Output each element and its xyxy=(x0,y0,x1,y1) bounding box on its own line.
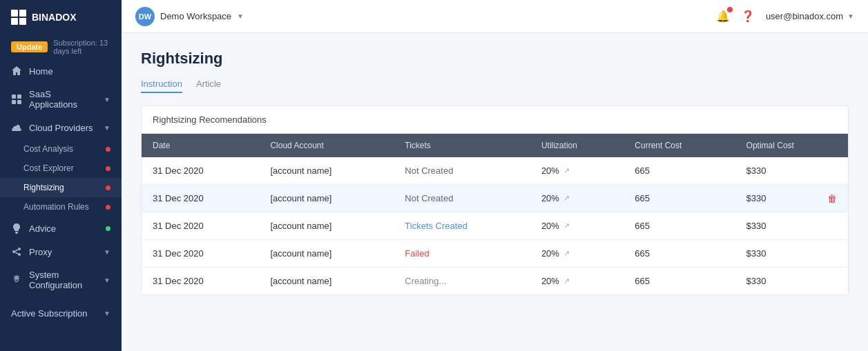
sidebar-item-active-subscription[interactable]: Active Subscription ▼ xyxy=(0,302,122,325)
lightbulb-icon xyxy=(11,223,22,234)
row-current-cost: 665 xyxy=(624,185,735,212)
tab-article[interactable]: Article xyxy=(196,79,221,93)
automation-rules-label: Automation Rules xyxy=(23,202,89,212)
row-optimal-cost: $330 xyxy=(735,268,848,295)
proxy-label: Proxy xyxy=(29,247,52,257)
update-button[interactable]: Update xyxy=(11,41,48,52)
sidebar-item-label: Home xyxy=(29,66,53,77)
table-row: 31 Dec 2020 [account name] Tickets Creat… xyxy=(142,212,848,240)
svg-line-8 xyxy=(15,252,18,254)
row-current-cost: 665 xyxy=(624,212,735,240)
sidebar-item-label: SaaS Applications xyxy=(29,89,97,110)
col-date: Date xyxy=(142,134,259,157)
chevron-icon: ▼ xyxy=(104,124,110,132)
chevron-icon: ▼ xyxy=(104,310,110,317)
svg-rect-2 xyxy=(12,100,16,104)
delete-button[interactable]: 🗑 xyxy=(827,193,837,204)
chevron-icon: ▼ xyxy=(104,96,110,103)
table-row: 31 Dec 2020 [account name] Not Created 2… xyxy=(142,185,848,212)
row-current-cost: 665 xyxy=(624,157,735,185)
sidebar-item-home[interactable]: Home xyxy=(0,59,122,83)
table-row: 31 Dec 2020 [account name] Creating... 2… xyxy=(142,268,848,295)
sidebar-item-cloud[interactable]: Cloud Providers ▼ xyxy=(0,116,122,139)
table-header-row: Date Cloud Account Tickets Utilization C… xyxy=(142,134,848,157)
logo-text: BINADOX xyxy=(32,12,77,23)
svg-point-4 xyxy=(12,250,15,253)
advice-label: Advice xyxy=(29,223,56,234)
user-chevron-icon: ▼ xyxy=(847,12,854,20)
col-tickets: Tickets xyxy=(394,134,530,157)
row-utilization: 20% ↗ xyxy=(530,185,624,212)
row-date: 31 Dec 2020 xyxy=(142,185,259,212)
logo-icon xyxy=(11,10,26,25)
home-icon xyxy=(11,66,22,77)
row-cloud-account: [account name] xyxy=(259,240,394,268)
help-button[interactable]: ❓ xyxy=(741,10,755,23)
green-dot xyxy=(106,226,110,231)
page-title: Rightsizing xyxy=(141,50,849,68)
table-body: 31 Dec 2020 [account name] Not Created 2… xyxy=(142,157,848,294)
row-current-cost: 665 xyxy=(624,240,735,268)
svg-point-6 xyxy=(18,253,21,256)
row-optimal-cost: $330 xyxy=(735,212,848,240)
svg-rect-0 xyxy=(12,94,16,99)
row-tickets[interactable]: Tickets Created xyxy=(394,212,530,240)
update-bar: Update Subscription: 13 days left xyxy=(0,34,122,59)
rightsizing-table: Date Cloud Account Tickets Utilization C… xyxy=(142,134,848,294)
sidebar: BINADOX Update Subscription: 13 days lef… xyxy=(0,0,122,351)
subscription-text: Subscription: 13 days left xyxy=(53,39,110,55)
tab-instruction[interactable]: Instruction xyxy=(141,79,182,93)
sidebar-item-saas[interactable]: SaaS Applications ▼ xyxy=(0,83,122,116)
user-menu[interactable]: user@binadox.com ▼ xyxy=(766,11,854,21)
row-tickets: Not Created xyxy=(394,185,530,212)
rightsizing-table-section: Rightsizing Recomendations Date Cloud Ac… xyxy=(141,106,849,295)
sidebar-item-system-config[interactable]: System Configuration ▼ xyxy=(0,263,122,297)
rightsizing-label: Rightsizing xyxy=(23,183,64,192)
sidebar-item-automation-rules[interactable]: Automation Rules xyxy=(0,197,122,217)
workspace-chevron-icon: ▼ xyxy=(237,12,244,20)
workspace-selector[interactable]: DW Demo Workspace ▼ xyxy=(135,7,244,26)
svg-point-5 xyxy=(18,248,21,250)
row-date: 31 Dec 2020 xyxy=(142,240,259,268)
sidebar-item-cost-analysis[interactable]: Cost Analysis xyxy=(0,139,122,159)
svg-rect-3 xyxy=(17,100,21,104)
sidebar-item-proxy[interactable]: Proxy ▼ xyxy=(0,240,122,263)
sidebar-item-label: Cloud Providers xyxy=(29,123,93,133)
table-section-title: Rightsizing Recomendations xyxy=(142,106,848,134)
cloud-icon xyxy=(11,122,22,133)
sidebar-nav: Home SaaS Applications ▼ Cloud Providers… xyxy=(0,59,122,351)
cost-explorer-label: Cost Explorer xyxy=(23,163,74,173)
row-date: 31 Dec 2020 xyxy=(142,268,259,295)
cost-analysis-label: Cost Analysis xyxy=(23,144,73,154)
row-date: 31 Dec 2020 xyxy=(142,212,259,240)
row-utilization: 20% ↗ xyxy=(530,240,624,268)
row-utilization: 20% ↗ xyxy=(530,268,624,295)
red-dot xyxy=(106,205,110,210)
notification-badge xyxy=(727,7,733,12)
main-area: DW Demo Workspace ▼ 🔔 ❓ user@binadox.com… xyxy=(122,0,868,351)
sidebar-item-cost-explorer[interactable]: Cost Explorer xyxy=(0,159,122,178)
proxy-icon xyxy=(11,246,22,257)
col-utilization: Utilization xyxy=(530,134,624,157)
notification-button[interactable]: 🔔 xyxy=(716,10,730,23)
user-email: user@binadox.com xyxy=(766,11,843,21)
system-config-label: System Configuration xyxy=(29,270,97,290)
tabs: Instruction Article xyxy=(141,79,849,93)
row-tickets: Creating... xyxy=(394,268,530,295)
app-logo: BINADOX xyxy=(0,0,122,34)
row-utilization: 20% ↗ xyxy=(530,157,624,185)
workspace-name: Demo Workspace xyxy=(160,11,231,21)
row-optimal-cost: $330 xyxy=(735,157,848,185)
sidebar-item-rightsizing[interactable]: Rightsizing xyxy=(0,178,122,197)
col-cloud-account: Cloud Account xyxy=(259,134,394,157)
table-row: 31 Dec 2020 [account name] Not Created 2… xyxy=(142,157,848,185)
red-dot xyxy=(106,147,110,152)
arrow-icon: ↗ xyxy=(563,194,570,203)
sidebar-item-advice[interactable]: Advice xyxy=(0,217,122,240)
chevron-icon: ▼ xyxy=(104,277,110,284)
bell-icon: 🔔 xyxy=(716,10,730,22)
red-dot xyxy=(106,166,110,171)
svg-line-7 xyxy=(15,250,18,251)
arrow-icon: ↗ xyxy=(563,249,570,258)
arrow-icon: ↗ xyxy=(563,166,570,175)
